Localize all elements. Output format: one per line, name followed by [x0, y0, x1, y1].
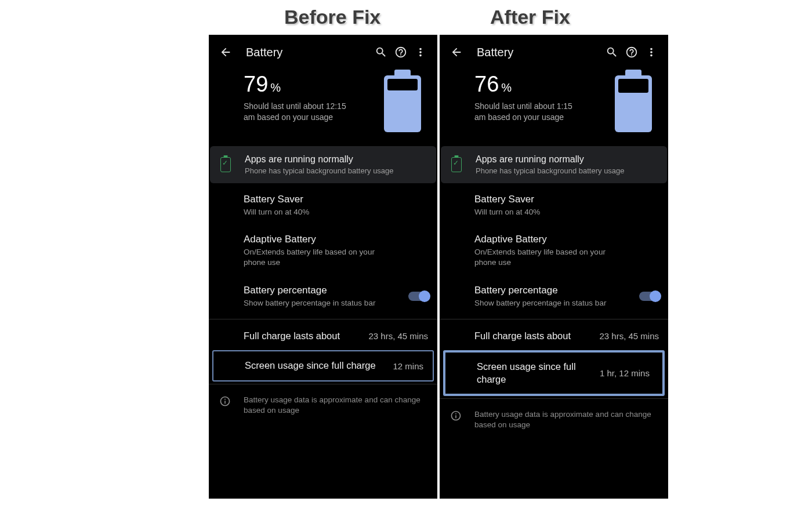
page-title: Battery	[246, 46, 371, 59]
status-card[interactable]: Apps are running normally Phone has typi…	[441, 146, 667, 183]
battery-hero: 76% Should last until about 1:15 am base…	[440, 70, 668, 141]
arrow-back-icon	[219, 46, 232, 59]
stat-label: Screen usage since full charge	[245, 359, 386, 372]
battery-percent: 76%	[474, 73, 609, 95]
battery-percentage-row[interactable]: Battery percentage Show battery percenta…	[209, 277, 437, 317]
battery-percent: 79%	[244, 73, 378, 95]
overflow-button[interactable]	[641, 42, 661, 62]
row-sub: On/Extends battery life based on your ph…	[244, 247, 394, 268]
stat-value: 12 mins	[393, 361, 423, 371]
battery-saver-row[interactable]: Battery Saver Will turn on at 40%	[440, 186, 668, 226]
row-title: Battery Saver	[244, 194, 428, 205]
battery-estimate: Should last until about 12:15 am based o…	[244, 101, 348, 123]
row-sub: Will turn on at 40%	[244, 207, 394, 217]
status-title: Apps are running normally	[245, 154, 427, 165]
row-sub: Show battery percentage in status bar	[474, 298, 625, 308]
battery-estimate: Should last until about 1:15 am based on…	[474, 101, 579, 123]
back-button[interactable]	[216, 42, 235, 62]
search-button[interactable]	[371, 42, 391, 62]
row-title: Battery percentage	[474, 285, 659, 296]
full-charge-row[interactable]: Full charge lasts about 23 hrs, 45 mins	[440, 322, 668, 350]
full-charge-row[interactable]: Full charge lasts about 23 hrs, 45 mins	[209, 322, 437, 350]
row-title: Adaptive Battery	[244, 234, 428, 245]
divider	[440, 319, 668, 319]
battery-icon	[615, 73, 654, 132]
row-sub: Show battery percentage in status bar	[244, 298, 394, 308]
info-icon	[219, 395, 231, 407]
stat-value: 1 hr, 12 mins	[600, 368, 650, 378]
row-title: Battery percentage	[244, 285, 428, 296]
stat-label: Full charge lasts about	[474, 330, 592, 342]
search-icon	[375, 46, 387, 59]
row-sub: Will turn on at 40%	[474, 207, 625, 217]
info-footer: Battery usage data is approximate and ca…	[209, 387, 437, 424]
heading-after: After Fix	[490, 6, 570, 28]
arrow-back-icon	[450, 46, 463, 59]
help-icon	[394, 46, 407, 59]
stat-label: Full charge lasts about	[244, 330, 361, 342]
info-icon	[450, 410, 462, 422]
percentage-toggle[interactable]	[639, 292, 659, 301]
adaptive-battery-row[interactable]: Adaptive Battery On/Extends battery life…	[209, 226, 437, 276]
screenshot-before: Battery 79% Should last until about 12:1…	[209, 35, 437, 499]
info-text: Battery usage data is approximate and ca…	[474, 409, 659, 430]
stat-value: 23 hrs, 45 mins	[368, 331, 428, 341]
status-card[interactable]: Apps are running normally Phone has typi…	[210, 146, 436, 183]
screenshot-after: Battery 76% Should last until about 1:15…	[440, 35, 668, 499]
percentage-toggle[interactable]	[408, 292, 428, 301]
row-title: Battery Saver	[474, 194, 659, 205]
overflow-button[interactable]	[411, 42, 430, 62]
help-icon	[625, 46, 638, 59]
battery-hero: 79% Should last until about 12:15 am bas…	[209, 70, 437, 141]
battery-icon	[384, 73, 423, 132]
adaptive-battery-row[interactable]: Adaptive Battery On/Extends battery life…	[440, 226, 668, 276]
help-button[interactable]	[391, 42, 411, 62]
battery-saver-row[interactable]: Battery Saver Will turn on at 40%	[209, 186, 437, 226]
battery-ok-icon	[220, 157, 231, 172]
search-icon	[606, 46, 618, 59]
status-sub: Phone has typical background battery usa…	[245, 166, 427, 175]
row-sub: On/Extends battery life based on your ph…	[474, 247, 625, 268]
highlight-box: Screen usage since full charge 12 mins	[212, 350, 434, 381]
heading-before: Before Fix	[284, 6, 380, 28]
screen-usage-row[interactable]: Screen usage since full charge 12 mins	[213, 351, 433, 380]
row-title: Adaptive Battery	[474, 234, 659, 245]
back-button[interactable]	[447, 42, 466, 62]
info-text: Battery usage data is approximate and ca…	[244, 395, 428, 416]
help-button[interactable]	[622, 42, 641, 62]
more-vert-icon	[645, 46, 658, 59]
battery-ok-icon	[451, 157, 462, 172]
stat-label: Screen usage since full charge	[477, 361, 593, 386]
screen-usage-row[interactable]: Screen usage since full charge 1 hr, 12 …	[445, 353, 662, 394]
highlight-box: Screen usage since full charge 1 hr, 12 …	[443, 350, 665, 396]
appbar: Battery	[209, 35, 437, 70]
status-sub: Phone has typical background battery usa…	[476, 166, 658, 175]
more-vert-icon	[414, 46, 427, 59]
info-footer: Battery usage data is approximate and ca…	[440, 401, 668, 438]
appbar: Battery	[440, 35, 668, 70]
page-title: Battery	[477, 46, 602, 59]
stat-value: 23 hrs, 45 mins	[599, 331, 659, 341]
status-title: Apps are running normally	[476, 154, 658, 165]
divider	[440, 398, 668, 399]
divider	[209, 319, 437, 319]
battery-percentage-row[interactable]: Battery percentage Show battery percenta…	[440, 277, 668, 317]
search-button[interactable]	[602, 42, 622, 62]
divider	[209, 384, 437, 384]
